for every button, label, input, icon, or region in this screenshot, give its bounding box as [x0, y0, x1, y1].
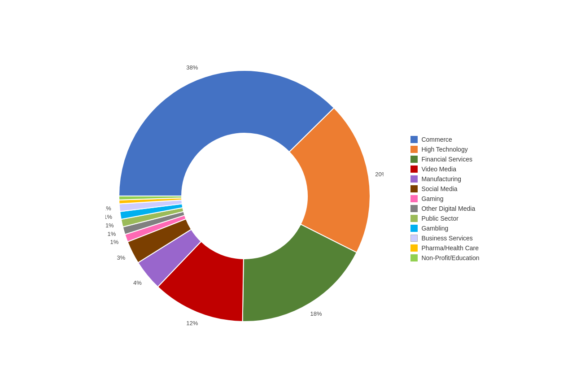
- legend-color-4: [410, 175, 418, 183]
- label-other-digital-media: 1%: [108, 231, 116, 237]
- legend-color-10: [410, 235, 418, 242]
- legend-label-12: Non-Profit/Education: [421, 254, 479, 261]
- legend-item-2: Financial Services: [410, 154, 479, 164]
- legend-item-8: Public Sector: [410, 213, 479, 223]
- legend-label-3: Video Media: [421, 166, 456, 173]
- label-commerce: 38%: [187, 64, 198, 71]
- legend-item-7: Other Digital Media: [410, 204, 479, 213]
- legend-item-0: Commerce: [410, 135, 479, 144]
- legend-item-4: Manufacturing: [410, 174, 479, 184]
- legend-color-0: [410, 136, 418, 143]
- legend-label-7: Other Digital Media: [421, 205, 475, 212]
- label-social-media: 3%: [117, 254, 126, 261]
- donut-svg: 38%20%18%12%4%3%1%1%1%1%1%: [105, 57, 384, 335]
- legend-label-4: Manufacturing: [421, 175, 461, 183]
- legend-item-5: Social Media: [410, 184, 479, 194]
- legend-color-6: [410, 195, 418, 202]
- legend-item-9: Gambling: [410, 223, 479, 233]
- legend-color-3: [410, 166, 418, 173]
- legend-item-12: Non-Profit/Education: [410, 253, 479, 263]
- legend-color-2: [410, 156, 418, 163]
- segment-commerce: [119, 70, 334, 196]
- chart-legend: CommerceHigh TechnologyFinancial Service…: [410, 129, 479, 263]
- legend-color-7: [410, 205, 418, 212]
- label-gaming: 1%: [110, 239, 119, 245]
- label-business-services: 1%: [105, 205, 111, 212]
- legend-color-1: [410, 146, 418, 153]
- legend-item-1: High Technology: [410, 144, 479, 154]
- legend-label-1: High Technology: [421, 146, 467, 153]
- legend-color-9: [410, 225, 418, 232]
- chart-container: 38%20%18%12%4%3%1%1%1%1%1% CommerceHigh …: [0, 0, 585, 392]
- label-high-technology: 20%: [375, 171, 384, 178]
- legend-label-10: Business Services: [421, 235, 472, 242]
- legend-color-8: [410, 215, 418, 222]
- legend-label-0: Commerce: [421, 136, 452, 143]
- legend-label-11: Pharma/Health Care: [421, 244, 479, 252]
- donut-chart-wrapper: 38%20%18%12%4%3%1%1%1%1%1%: [105, 57, 384, 335]
- label-gambling: 1%: [105, 213, 113, 220]
- legend-color-11: [410, 244, 418, 252]
- legend-label-5: Social Media: [421, 185, 457, 192]
- legend-item-11: Pharma/Health Care: [410, 243, 479, 253]
- legend-label-8: Public Sector: [421, 215, 458, 222]
- legend-color-5: [410, 185, 418, 192]
- legend-item-10: Business Services: [410, 233, 479, 243]
- label-manufacturing: 4%: [133, 279, 142, 286]
- label-financial-services: 18%: [310, 310, 322, 317]
- label-video-media: 12%: [187, 320, 198, 327]
- legend-item-6: Gaming: [410, 194, 479, 204]
- legend-label-6: Gaming: [421, 195, 443, 202]
- legend-label-2: Financial Services: [421, 156, 472, 163]
- legend-color-12: [410, 254, 418, 261]
- legend-item-3: Video Media: [410, 164, 479, 174]
- legend-label-9: Gambling: [421, 225, 448, 232]
- label-public-sector: 1%: [105, 222, 114, 229]
